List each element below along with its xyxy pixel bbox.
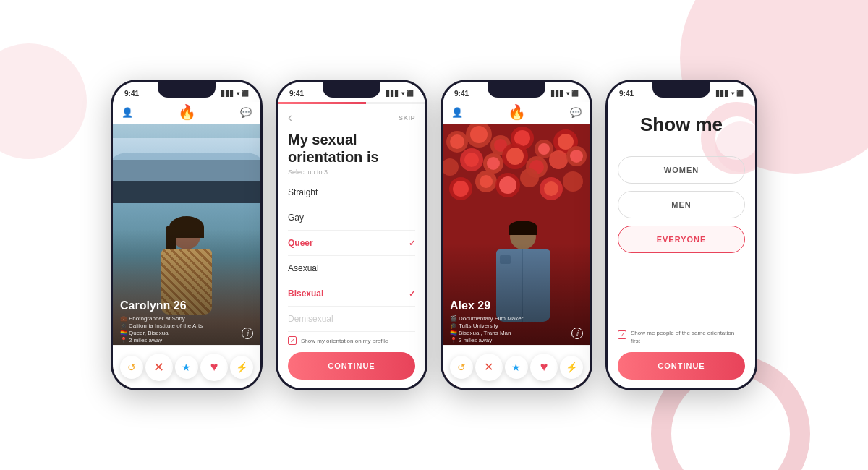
superlike-btn-1[interactable]: ★ (175, 356, 198, 379)
profile-job-3: Documentary Film Maker (459, 315, 523, 322)
phone-4: 9:41 ▋▋▋ ▾ ⬛ Show me WOMEN (605, 80, 757, 390)
nope-btn-1[interactable]: ✕ (145, 354, 173, 381)
status-icons-1: ▋▋▋ ▾ ⬛ (221, 90, 249, 97)
bisexual-check: ✓ (409, 289, 415, 299)
boost-btn-3[interactable]: ⚡ (560, 356, 583, 379)
superlike-btn-3[interactable]: ★ (505, 356, 528, 379)
tinder-logo-1: 🔥 (178, 103, 196, 121)
show-on-profile-label: Show my orientation on my profile (301, 338, 388, 344)
boost-btn-1[interactable]: ⚡ (230, 356, 253, 379)
orientation-option-straight[interactable]: Straight (288, 180, 415, 205)
phone-2: 9:41 ▋▋▋ ▾ ⬛ ‹ SKIP My sexual orientatio… (276, 80, 427, 390)
profile-info-3: Alex 29 🎬 Documentary Film Maker 🎓 Tufts… (450, 299, 569, 343)
show-me-footer[interactable]: ✓ Show me people of the same orientation… (608, 325, 755, 349)
profile-distance-3: 3 miles away (459, 337, 492, 343)
notch-2 (323, 82, 380, 98)
svg-point-22 (549, 150, 568, 169)
orientation-option-gay[interactable]: Gay (288, 205, 415, 231)
time-2: 9:41 (289, 90, 304, 98)
svg-point-28 (480, 175, 493, 188)
continue-btn-2[interactable]: CONTINUE (288, 352, 415, 380)
time-3: 9:41 (454, 90, 469, 98)
svg-point-2 (450, 134, 464, 149)
skip-btn-2[interactable]: SKIP (399, 114, 415, 121)
show-me-options: WOMEN MEN EVERYONE (618, 156, 745, 253)
time-1: 9:41 (124, 90, 139, 98)
like-btn-1[interactable]: ♥ (200, 354, 228, 381)
chat-icon-3[interactable]: 💬 (570, 107, 582, 118)
profile-name-1: Carolynn (120, 299, 170, 312)
profile-job-1: Photographer at Sony (129, 315, 185, 322)
rewind-btn-3[interactable]: ↺ (450, 356, 473, 379)
profile-name-3: Alex (450, 299, 475, 312)
action-bar-3: ↺ ✕ ★ ♥ ⚡ (443, 345, 590, 388)
show-me-content: Show me WOMEN MEN EVERYONE (608, 102, 755, 325)
info-btn-3[interactable]: ⅈ (571, 328, 583, 339)
profile-school-3: Tufts University (459, 322, 498, 329)
svg-point-30 (499, 176, 516, 194)
orientation-title: My sexual orientation is (278, 127, 425, 167)
svg-point-12 (558, 134, 574, 150)
like-btn-3[interactable]: ♥ (530, 354, 558, 381)
queer-check: ✓ (409, 239, 415, 248)
status-icons-3: ▋▋▋ ▾ ⬛ (551, 90, 579, 97)
status-icons-4: ▋▋▋ ▾ ⬛ (716, 90, 744, 97)
rewind-btn-1[interactable]: ↺ (120, 356, 143, 379)
continue-btn-4[interactable]: CONTINUE (618, 352, 745, 380)
profile-school-1: California Institute of the Arts (129, 322, 203, 329)
time-4: 9:41 (619, 90, 634, 98)
svg-point-26 (453, 181, 469, 197)
chat-icon-1[interactable]: 💬 (240, 107, 252, 118)
svg-point-34 (563, 171, 583, 192)
svg-point-15 (464, 153, 479, 167)
action-bar-1: ↺ ✕ ★ ♥ ⚡ (113, 345, 260, 388)
orientation-option-demisexual[interactable]: Demisexual (288, 307, 415, 332)
svg-point-31 (520, 168, 539, 187)
profile-orientation-1: Queer, Bisexual (129, 330, 169, 336)
orientation-option-asexual[interactable]: Asexual (288, 256, 415, 281)
info-btn-1[interactable]: ⅈ (242, 328, 253, 339)
orientation-option-queer[interactable]: Queer ✓ (288, 231, 415, 256)
svg-point-4 (470, 126, 488, 143)
option-women[interactable]: WOMEN (618, 156, 745, 184)
svg-point-19 (506, 148, 524, 165)
phone-1: 9:41 ▋▋▋ ▾ ⬛ 👤 🔥 💬 (111, 80, 263, 390)
notch-3 (488, 82, 545, 98)
orientation-list: Straight Gay Queer ✓ Asexual Bisexual ✓ (278, 180, 425, 332)
orientation-option-bisexual[interactable]: Bisexual ✓ (288, 281, 415, 307)
back-btn-2[interactable]: ‹ (288, 110, 292, 125)
svg-point-17 (487, 157, 500, 170)
svg-point-10 (538, 143, 550, 155)
profile-icon-3[interactable]: 👤 (451, 107, 463, 118)
status-icons-2: ▋▋▋ ▾ ⬛ (386, 90, 414, 97)
profile-orientation-3: Bisexual, Trans Man (459, 330, 511, 336)
phone-3: 9:41 ▋▋▋ ▾ ⬛ 👤 🔥 💬 (441, 80, 592, 390)
orientation-subtitle: Select up to 3 (278, 167, 425, 180)
checkbox-2[interactable]: ✓ (288, 336, 297, 345)
profile-distance-1: 2 miles away (129, 337, 162, 343)
checkbox-4[interactable]: ✓ (618, 330, 626, 339)
notch-1 (158, 82, 216, 98)
tinder-logo-3: 🔥 (508, 103, 526, 121)
svg-point-33 (544, 181, 558, 196)
profile-photo-1: Carolynn 26 💼 Photographer at Sony 🎓 Cal… (113, 124, 260, 388)
profile-age-1: 26 (174, 299, 187, 312)
phones-container: 9:41 ▋▋▋ ▾ ⬛ 👤 🔥 💬 (0, 0, 868, 470)
option-men[interactable]: MEN (618, 191, 745, 218)
profile-photo-3: Alex 29 🎬 Documentary Film Maker 🎓 Tufts… (443, 124, 590, 388)
profile-age-3: 29 (477, 299, 490, 312)
nav-bar-2: ‹ SKIP (278, 104, 425, 127)
nope-btn-3[interactable]: ✕ (475, 354, 503, 381)
option-everyone[interactable]: EVERYONE (618, 226, 745, 253)
profile-icon-1[interactable]: 👤 (122, 107, 133, 118)
svg-point-24 (570, 150, 583, 163)
profile-info-1: Carolynn 26 💼 Photographer at Sony 🎓 Cal… (120, 299, 239, 343)
show-on-profile[interactable]: ✓ Show my orientation on my profile (278, 332, 425, 349)
notch-4 (652, 82, 710, 98)
show-me-title: Show me (640, 114, 723, 136)
show-me-footer-label: Show me people of the same orientation f… (631, 330, 745, 345)
